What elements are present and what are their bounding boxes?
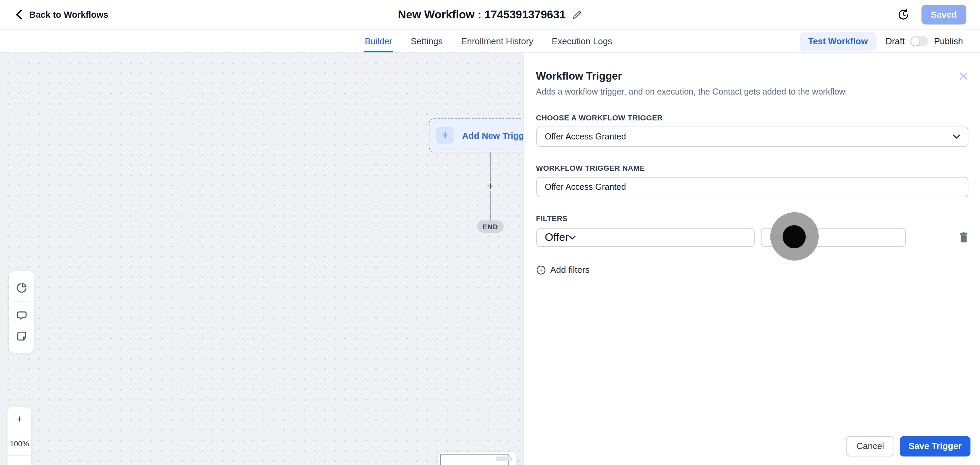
filter-field-value: Offer <box>545 231 569 244</box>
filters-label: FILTERS <box>536 214 969 222</box>
add-filters-label: Add filters <box>550 265 590 275</box>
edge-line-bottom <box>490 191 491 221</box>
zoom-level: 100% <box>8 431 31 456</box>
workflow-title: New Workflow : 1745391379631 <box>398 8 566 21</box>
workflow-title-wrap: New Workflow : 1745391379631 <box>398 8 582 21</box>
choose-trigger-label: CHOOSE A WORKFLOW TRIGGER <box>536 114 969 122</box>
tab-enrollment-history[interactable]: Enrollment History <box>461 30 533 52</box>
stats-pie-chart-icon[interactable] <box>9 278 34 298</box>
version-history-clock-icon[interactable] <box>897 9 909 21</box>
back-label: Back to Workflows <box>29 10 108 20</box>
plus-icon: + <box>436 127 454 144</box>
filter-field-select[interactable]: Offer <box>536 228 754 247</box>
delete-filter-button[interactable] <box>959 232 969 243</box>
filter-value-placeholder: Select <box>769 233 793 242</box>
comment-bubble-icon[interactable] <box>9 305 34 326</box>
canvas-side-toolbar <box>9 271 34 353</box>
back-to-workflows-button[interactable]: Back to Workflows <box>15 10 108 20</box>
notes-icon[interactable] <box>9 326 34 346</box>
tabbar-right-controls: Test Workflow Draft Publish <box>799 30 963 52</box>
main-area: + Add New Trigger + END <box>0 53 980 465</box>
chevron-up-down-icon <box>793 233 799 242</box>
toggle-knob <box>911 37 920 45</box>
test-workflow-button[interactable]: Test Workflow <box>799 32 877 51</box>
zoom-in-button[interactable]: + <box>8 407 31 431</box>
publish-label: Publish <box>934 36 963 46</box>
panel-header: Workflow Trigger <box>536 70 969 83</box>
workflow-builder-app: Back to Workflows New Workflow : 1745391… <box>0 0 980 465</box>
zoom-out-button[interactable]: − <box>8 456 31 465</box>
panel-description: Adds a workflow trigger, and on executio… <box>536 87 969 97</box>
header: Back to Workflows New Workflow : 1745391… <box>0 0 980 30</box>
minimap[interactable] <box>438 452 516 465</box>
trigger-name-input[interactable] <box>536 177 969 197</box>
tab-bar: Builder Settings Enrollment History Exec… <box>0 30 980 53</box>
panel-title: Workflow Trigger <box>536 70 622 83</box>
add-step-button[interactable]: + <box>485 182 495 192</box>
add-new-trigger-label: Add New Trigger <box>462 130 523 140</box>
circle-plus-icon <box>536 265 546 275</box>
add-new-trigger-node[interactable]: + Add New Trigger <box>429 118 523 152</box>
trigger-type-select[interactable]: Offer Access Granted <box>536 127 969 147</box>
chevron-down-icon <box>953 134 960 139</box>
saved-button[interactable]: Saved <box>921 5 966 24</box>
draft-label: Draft <box>885 36 904 46</box>
workflow-trigger-panel: Workflow Trigger Adds a workflow trigger… <box>523 53 980 465</box>
filter-row: Offer Select <box>536 228 969 247</box>
trash-icon <box>959 232 969 243</box>
close-panel-button[interactable] <box>959 71 969 81</box>
tab-settings[interactable]: Settings <box>411 30 443 52</box>
panel-footer: Cancel Save Trigger <box>846 436 970 456</box>
save-trigger-button[interactable]: Save Trigger <box>900 436 970 456</box>
zoom-controls: + 100% − <box>8 407 31 465</box>
publish-toggle[interactable] <box>910 36 929 46</box>
trigger-name-label: WORKFLOW TRIGGER NAME <box>536 164 969 172</box>
filter-value-select[interactable]: Select <box>760 228 905 247</box>
tab-execution-logs[interactable]: Execution Logs <box>552 30 612 52</box>
draft-publish-control: Draft Publish <box>885 36 963 46</box>
close-icon <box>959 71 969 81</box>
chevron-left-icon <box>15 10 22 20</box>
end-node: END <box>477 221 504 233</box>
workflow-canvas[interactable]: + Add New Trigger + END <box>0 53 523 465</box>
toolbar-divider <box>14 302 29 302</box>
tabs-group: Builder Settings Enrollment History Exec… <box>365 30 612 52</box>
trigger-type-value: Offer Access Granted <box>545 132 626 141</box>
tab-builder[interactable]: Builder <box>365 30 392 52</box>
add-filters-button[interactable]: Add filters <box>536 265 969 275</box>
chevron-down-icon <box>569 235 576 240</box>
edge-line-top <box>490 152 491 182</box>
minimap-trigger-node <box>496 457 512 461</box>
header-right: Saved <box>897 5 966 24</box>
cancel-button[interactable]: Cancel <box>846 436 894 456</box>
edit-pencil-icon[interactable] <box>572 10 582 19</box>
